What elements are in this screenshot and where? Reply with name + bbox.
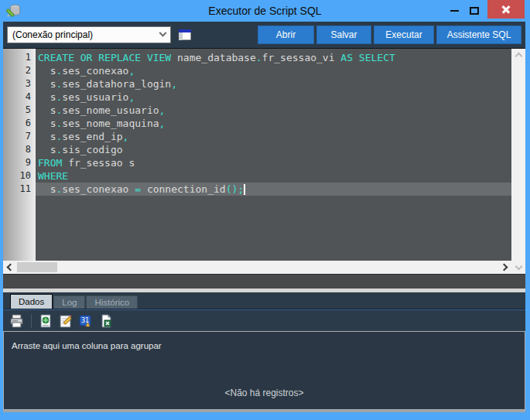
line-number: 6 — [3, 117, 36, 130]
abrir-button[interactable]: Abrir — [258, 26, 314, 44]
line-number: 5 — [3, 104, 36, 117]
tab-dados[interactable]: Dados — [10, 294, 53, 309]
excel-icon[interactable] — [98, 314, 113, 328]
sql-editor[interactable]: 1234567891011 CREATE OR REPLACE VIEW nam… — [3, 49, 525, 274]
line-number: 8 — [3, 143, 36, 156]
code-line[interactable]: s.sis_codigo — [36, 143, 511, 156]
line-number: 3 — [3, 77, 36, 90]
code-line[interactable]: s.ses_nome_usuario, — [36, 104, 511, 117]
minimize-icon — [450, 10, 459, 12]
main-toolbar: (Conexão principal) Abrir Salvar Executa… — [3, 22, 525, 49]
results-tabbar: Dados Log Histórico — [3, 292, 525, 309]
editor-gutter: 1234567891011 — [3, 49, 36, 261]
line-number: 10 — [3, 169, 36, 183]
toolbar-separator — [31, 314, 32, 328]
title-bar[interactable]: Executor de Script SQL — [0, 0, 530, 22]
code-line[interactable]: s.ses_datahora_login, — [36, 77, 511, 90]
line-number: 11 — [3, 183, 36, 196]
scroll-up-icon[interactable] — [515, 53, 522, 60]
line-number: 9 — [3, 156, 36, 169]
code-area[interactable]: CREATE OR REPLACE VIEW name_database.fr_… — [36, 49, 511, 261]
application-window: Executor de Script SQL (Conexão principa… — [0, 0, 530, 420]
close-button[interactable] — [487, 0, 525, 19]
print-icon[interactable] — [9, 314, 24, 328]
line-number: 1 — [3, 51, 36, 64]
text-caret — [244, 184, 245, 195]
minimize-button[interactable] — [444, 1, 464, 21]
export-icon[interactable]: 31 — [78, 314, 93, 328]
line-number: 4 — [3, 90, 36, 104]
results-toolbar: 31 — [3, 309, 525, 331]
results-grid[interactable]: Arraste aqui uma coluna para agrupar <Nã… — [3, 331, 525, 410]
edit-icon[interactable] — [58, 314, 73, 328]
executar-button[interactable]: Executar — [374, 26, 434, 44]
connection-dropdown[interactable]: (Conexão principal) — [7, 26, 171, 43]
line-number: 2 — [3, 64, 36, 77]
assistente-sql-button[interactable]: Assistente SQL — [436, 26, 521, 44]
vertical-scrollbar[interactable] — [511, 49, 525, 274]
maximize-icon — [470, 7, 479, 15]
code-line[interactable]: s.ses_nome_maquina, — [36, 117, 511, 130]
code-line[interactable]: s.ses_conexao = connection_id(); — [36, 183, 511, 196]
line-number: 7 — [3, 130, 36, 143]
maximize-button[interactable] — [464, 1, 484, 21]
scroll-left-icon[interactable] — [3, 261, 15, 274]
code-line[interactable]: s.ses_conexao, — [36, 64, 511, 77]
horizontal-scroll-track[interactable] — [15, 261, 499, 274]
horizontal-scroll-thumb[interactable] — [17, 262, 57, 272]
chevron-down-icon — [159, 29, 167, 36]
group-by-hint: Arraste aqui uma coluna para agrupar — [12, 341, 162, 350]
code-line[interactable]: WHERE — [36, 169, 511, 183]
scroll-right-icon[interactable] — [499, 261, 511, 274]
salvar-button[interactable]: Salvar — [316, 26, 371, 44]
no-records-message: <Não há registros> — [4, 388, 525, 398]
table-icon[interactable] — [178, 29, 192, 41]
horizontal-scrollbar[interactable] — [3, 261, 511, 274]
preview-icon[interactable] — [38, 314, 53, 328]
code-line[interactable]: s.ses_usuario, — [36, 90, 511, 104]
tab-log[interactable]: Log — [53, 295, 85, 309]
code-line[interactable]: s.ses_end_ip, — [36, 130, 511, 143]
splitter-bar[interactable] — [3, 274, 525, 289]
code-line[interactable]: CREATE OR REPLACE VIEW name_database.fr_… — [36, 51, 511, 64]
scroll-down-icon[interactable] — [515, 263, 522, 271]
tab-historico[interactable]: Histórico — [86, 295, 138, 309]
connection-dropdown-value: (Conexão principal) — [12, 29, 93, 40]
code-line[interactable]: FROM fr_sessao s — [36, 156, 511, 169]
close-icon — [501, 4, 511, 15]
grid-bottom-border — [3, 410, 525, 412]
